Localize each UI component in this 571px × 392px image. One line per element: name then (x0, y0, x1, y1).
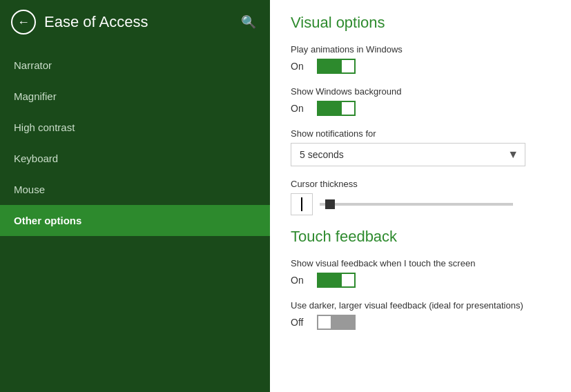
darker-feedback-toggle[interactable] (317, 315, 356, 330)
show-bg-state: On (291, 103, 310, 114)
show-visual-feedback-knob (342, 274, 354, 286)
play-animations-setting: Play animations in Windows On (291, 44, 550, 74)
sidebar-title: Ease of Access (44, 13, 230, 31)
notifications-dropdown[interactable]: 5 seconds7 seconds15 seconds30 seconds1 … (291, 143, 525, 166)
cursor-indicator (291, 193, 313, 215)
search-icon[interactable]: 🔍 (238, 12, 259, 32)
sidebar: ← Ease of Access 🔍 Narrator Magnifier Hi… (0, 0, 270, 392)
cursor-thickness-slider-row (291, 193, 550, 215)
main-content: Visual options Play animations in Window… (270, 0, 571, 392)
cursor-thickness-track[interactable] (320, 203, 513, 206)
sidebar-item-high-contrast[interactable]: High contrast (0, 112, 270, 143)
sidebar-item-other-options[interactable]: Other options (0, 205, 270, 236)
show-bg-toggle-row: On (291, 101, 550, 116)
show-visual-feedback-toggle[interactable] (317, 273, 356, 288)
show-visual-feedback-toggle-row: On (291, 273, 550, 288)
sidebar-item-keyboard[interactable]: Keyboard (0, 143, 270, 174)
show-bg-label: Show Windows background (291, 86, 550, 97)
visual-options-title: Visual options (291, 14, 550, 32)
cursor-bar (301, 197, 302, 211)
sidebar-item-narrator[interactable]: Narrator (0, 50, 270, 81)
darker-feedback-setting: Use darker, larger visual feedback (idea… (291, 300, 550, 330)
play-animations-label: Play animations in Windows (291, 44, 550, 55)
back-arrow-icon: ← (17, 16, 30, 28)
darker-feedback-state: Off (291, 317, 310, 328)
darker-feedback-label: Use darker, larger visual feedback (idea… (291, 300, 550, 311)
play-animations-knob (342, 60, 354, 72)
back-button[interactable]: ← (11, 10, 36, 35)
darker-feedback-toggle-row: Off (291, 315, 550, 330)
cursor-thickness-label: Cursor thickness (291, 179, 550, 189)
play-animations-toggle-row: On (291, 59, 550, 74)
notifications-dropdown-container: 5 seconds7 seconds15 seconds30 seconds1 … (291, 143, 525, 166)
notifications-label: Show notifications for (291, 128, 550, 139)
show-visual-feedback-label: Show visual feedback when I touch the sc… (291, 258, 550, 268)
sidebar-item-magnifier[interactable]: Magnifier (0, 81, 270, 112)
show-visual-feedback-setting: Show visual feedback when I touch the sc… (291, 258, 550, 288)
show-visual-feedback-state: On (291, 275, 310, 286)
play-animations-toggle[interactable] (317, 59, 356, 74)
show-bg-setting: Show Windows background On (291, 86, 550, 116)
notifications-setting: Show notifications for 5 seconds7 second… (291, 128, 550, 166)
cursor-thickness-setting: Cursor thickness (291, 179, 550, 215)
darker-feedback-knob (318, 316, 331, 329)
touch-feedback-title: Touch feedback (291, 228, 550, 246)
show-bg-toggle[interactable] (317, 101, 356, 116)
sidebar-header: ← Ease of Access 🔍 (0, 0, 270, 44)
cursor-thickness-thumb[interactable] (325, 199, 335, 209)
sidebar-nav: Narrator Magnifier High contrast Keyboar… (0, 50, 270, 236)
play-animations-state: On (291, 61, 310, 72)
sidebar-item-mouse[interactable]: Mouse (0, 174, 270, 205)
show-bg-knob (342, 102, 354, 115)
